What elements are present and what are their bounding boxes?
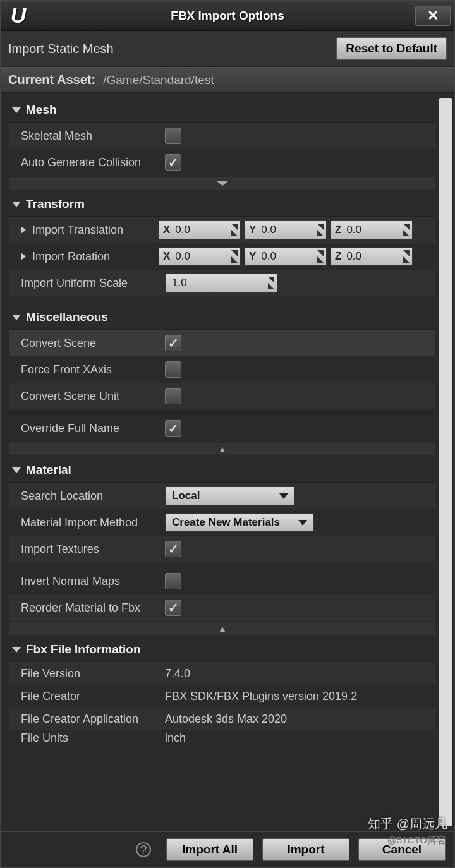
label-import-translation: Import Translation [32, 224, 159, 237]
row-file-creator-app: File Creator Application Autodesk 3ds Ma… [9, 708, 435, 730]
footer: ? Import All Import Cancel [1, 831, 454, 867]
input-rotation-y[interactable]: Y0.0 [245, 247, 327, 266]
dropdown-material-import-method[interactable]: Create New Materials [165, 513, 314, 532]
window-title: FBX Import Options [1, 9, 454, 23]
unreal-logo-icon: U [6, 3, 31, 28]
checkbox-convert-scene[interactable]: ✓ [165, 335, 181, 351]
section-header-material[interactable]: Material [9, 457, 435, 483]
row-file-creator: File Creator FBX SDK/FBX Plugins version… [9, 685, 435, 708]
row-import-textures: Import Textures ✓ [9, 536, 435, 562]
label-override-full-name: Override Full Name [21, 422, 165, 435]
label-force-front-xaxis: Force Front XAxis [21, 363, 165, 377]
row-override-full-name: Override Full Name ✓ [9, 415, 435, 442]
fbx-import-dialog: U FBX Import Options ✕ Import Static Mes… [0, 0, 455, 868]
checkbox-force-front-xaxis[interactable] [165, 361, 181, 378]
checkbox-reorder-material[interactable]: ✓ [165, 600, 181, 616]
input-uniform-scale[interactable]: 1.0 [165, 274, 277, 292]
section-header-misc[interactable]: Miscellaneous [9, 304, 435, 330]
checkbox-skeletal-mesh[interactable] [165, 128, 181, 144]
label-import-textures: Import Textures [21, 543, 165, 556]
check-icon: ✓ [168, 421, 179, 436]
section-header-transform[interactable]: Transform [9, 191, 435, 217]
dropdown-arrow-icon [298, 520, 307, 526]
input-rotation-z[interactable]: Z0.0 [331, 247, 413, 266]
spinner-icon [317, 250, 324, 256]
section-header-mesh[interactable]: Mesh [9, 97, 435, 123]
row-convert-scene: Convert Scene ✓ [9, 330, 435, 356]
row-auto-collision: Auto Generate Collision ✓ [9, 149, 435, 176]
row-file-version: File Version 7.4.0 [9, 662, 435, 685]
expand-icon [12, 107, 21, 113]
checkbox-override-full-name[interactable]: ✓ [165, 420, 181, 437]
check-icon: ✓ [168, 541, 179, 557]
section-header-fileinfo[interactable]: Fbx File Information [9, 636, 435, 662]
input-translation-y[interactable]: Y0.0 [245, 220, 327, 239]
label-invert-normal-maps: Invert Normal Maps [21, 575, 165, 588]
current-asset-path: /Game/Standard/test [103, 73, 214, 87]
title-bar: U FBX Import Options ✕ [1, 1, 454, 31]
value-file-creator: FBX SDK/FBX Plugins version 2019.2 [165, 690, 357, 703]
input-translation-z[interactable]: Z0.0 [331, 220, 413, 239]
label-file-version: File Version [21, 667, 165, 680]
watermark-zhihu: 知乎 @周远凡 [368, 816, 447, 833]
dropdown-arrow-icon [279, 493, 288, 499]
import-type-label: Import Static Mesh [8, 42, 114, 56]
close-button[interactable]: ✕ [415, 6, 451, 26]
spinner-icon [231, 250, 238, 256]
vector-translation: X0.0 Y0.0 Z0.0 [159, 220, 413, 239]
row-file-units: File Units inch [9, 730, 435, 746]
chevron-up-icon: ▲ [218, 624, 227, 634]
expand-right-icon[interactable] [21, 253, 26, 260]
chevron-up-icon: ▲ [218, 444, 227, 454]
row-material-import-method: Material Import Method Create New Materi… [9, 509, 435, 536]
content-area: Mesh Skeletal Mesh Auto Generate Collisi… [1, 93, 454, 831]
spinner-icon [268, 277, 274, 283]
label-auto-collision: Auto Generate Collision [21, 156, 165, 169]
watermark-51cto: @51CTO博客 [387, 835, 446, 847]
reset-to-default-button[interactable]: Reset to Default [336, 37, 447, 60]
section-title-transform: Transform [26, 197, 85, 211]
input-translation-x[interactable]: X0.0 [159, 220, 241, 239]
checkbox-invert-normal-maps[interactable] [165, 573, 181, 589]
current-asset-bar: Current Asset: /Game/Standard/test [1, 67, 454, 93]
label-file-units: File Units [21, 732, 165, 745]
checkbox-convert-scene-unit[interactable] [165, 388, 181, 404]
label-search-location: Search Location [21, 490, 165, 503]
scroll-area: Mesh Skeletal Mesh Auto Generate Collisi… [1, 93, 439, 831]
checkbox-auto-collision[interactable]: ✓ [165, 154, 181, 171]
row-reorder-material: Reorder Material to Fbx ✓ [9, 594, 435, 621]
row-skeletal-mesh: Skeletal Mesh [9, 123, 435, 149]
import-button[interactable]: Import [262, 838, 349, 861]
spinner-icon [231, 224, 238, 230]
expand-icon [12, 467, 21, 473]
collapse-bar-misc[interactable]: ▲ [9, 443, 435, 455]
expand-icon [12, 202, 21, 207]
spinner-icon [403, 250, 410, 256]
row-search-location: Search Location Local [9, 483, 435, 509]
input-rotation-x[interactable]: X0.0 [159, 247, 241, 266]
label-import-rotation: Import Rotation [32, 250, 159, 263]
current-asset-label: Current Asset: [8, 73, 95, 87]
expand-bar-mesh[interactable] [9, 177, 435, 190]
row-import-translation: Import Translation X0.0 Y0.0 Z0.0 [9, 217, 435, 243]
row-force-front-xaxis: Force Front XAxis [9, 356, 435, 383]
check-icon: ✓ [168, 600, 179, 615]
checkbox-import-textures[interactable]: ✓ [165, 541, 181, 557]
collapse-bar-material[interactable]: ▲ [9, 622, 435, 635]
header-bar: Import Static Mesh Reset to Default [1, 31, 454, 67]
label-file-creator: File Creator [21, 690, 165, 703]
row-uniform-scale: Import Uniform Scale 1.0 [9, 270, 435, 296]
label-convert-scene-unit: Convert Scene Unit [21, 390, 165, 403]
chevron-down-icon [216, 181, 229, 186]
help-icon[interactable]: ? [136, 842, 151, 857]
scrollbar[interactable] [439, 98, 452, 826]
check-icon: ✓ [168, 155, 179, 170]
row-import-rotation: Import Rotation X0.0 Y0.0 Z0.0 [9, 243, 435, 270]
check-icon: ✓ [168, 335, 179, 351]
label-skeletal-mesh: Skeletal Mesh [21, 130, 165, 143]
dropdown-search-location[interactable]: Local [165, 486, 295, 505]
import-all-button[interactable]: Import All [166, 838, 253, 861]
vector-rotation: X0.0 Y0.0 Z0.0 [159, 247, 413, 266]
expand-right-icon[interactable] [21, 226, 26, 234]
spinner-icon [317, 224, 324, 230]
